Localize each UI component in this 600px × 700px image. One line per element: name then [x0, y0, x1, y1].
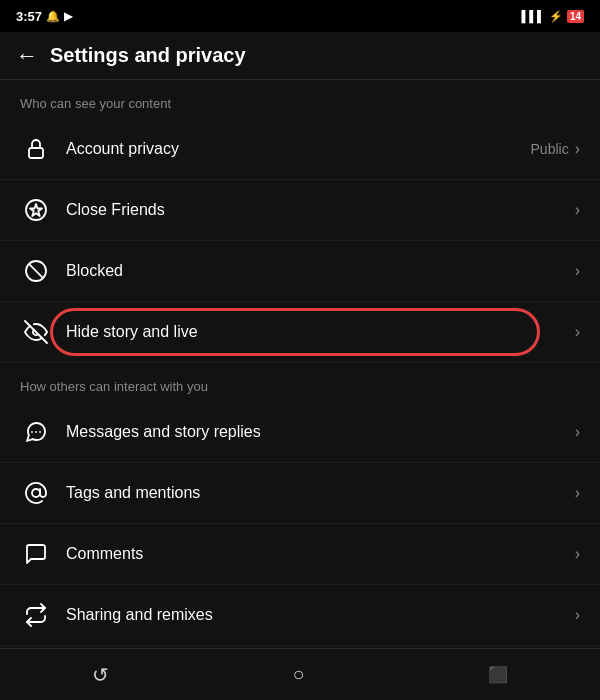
hide-story-label: Hide story and live: [66, 323, 575, 341]
menu-item-messages[interactable]: Messages and story replies ›: [0, 402, 600, 463]
bottom-nav: ↺ ○ ⬛: [0, 648, 600, 700]
menu-item-tags[interactable]: Tags and mentions ›: [0, 463, 600, 524]
screen: ← Settings and privacy Who can see your …: [0, 32, 600, 700]
section-label-interact: How others can interact with you: [0, 363, 600, 402]
chevron-icon: ›: [575, 201, 580, 219]
hide-story-icon: [20, 316, 52, 348]
chevron-icon: ›: [575, 323, 580, 341]
lock-icon: [20, 133, 52, 165]
menu-item-sharing[interactable]: Sharing and remixes ›: [0, 585, 600, 646]
at-icon: [20, 477, 52, 509]
status-bar: 3:57 🔔 ▶ ▌▌▌ ⚡ 14: [0, 0, 600, 32]
star-icon: [20, 194, 52, 226]
blocked-icon: [20, 255, 52, 287]
chevron-icon: ›: [575, 545, 580, 563]
menu-item-comments[interactable]: Comments ›: [0, 524, 600, 585]
page-title: Settings and privacy: [50, 44, 246, 67]
media-icon: ▶: [64, 10, 72, 23]
svg-line-3: [29, 264, 43, 278]
menu-item-blocked[interactable]: Blocked ›: [0, 241, 600, 302]
messenger-icon: [20, 416, 52, 448]
svg-point-5: [32, 489, 40, 497]
section-label-content: Who can see your content: [0, 80, 600, 119]
account-privacy-value: Public: [531, 141, 569, 157]
chevron-icon: ›: [575, 423, 580, 441]
notification-icon: 🔔: [46, 10, 60, 23]
menu-item-account-privacy[interactable]: Account privacy Public ›: [0, 119, 600, 180]
chevron-icon: ›: [575, 606, 580, 624]
chevron-icon: ›: [575, 140, 580, 158]
header: ← Settings and privacy: [0, 32, 600, 80]
menu-item-hide-story[interactable]: Hide story and live ›: [0, 302, 600, 363]
menu-item-restricted[interactable]: Restricted ›: [0, 646, 600, 648]
close-friends-label: Close Friends: [66, 201, 575, 219]
comment-icon: [20, 538, 52, 570]
battery-badge: 14: [567, 10, 584, 23]
chevron-icon: ›: [575, 484, 580, 502]
menu-item-close-friends[interactable]: Close Friends ›: [0, 180, 600, 241]
nav-recents-button[interactable]: ⬛: [488, 665, 508, 684]
account-privacy-label: Account privacy: [66, 140, 531, 158]
nav-back-button[interactable]: ↺: [92, 663, 109, 687]
time-display: 3:57: [16, 9, 42, 24]
blocked-label: Blocked: [66, 262, 575, 280]
status-right: ▌▌▌ ⚡ 14: [521, 10, 584, 23]
nav-home-button[interactable]: ○: [292, 663, 304, 686]
svg-rect-0: [29, 148, 43, 158]
back-button[interactable]: ←: [16, 45, 38, 67]
svg-point-1: [26, 200, 46, 220]
wifi-icon: ⚡: [549, 10, 563, 23]
chevron-icon: ›: [575, 262, 580, 280]
share-icon: [20, 599, 52, 631]
comments-label: Comments: [66, 545, 575, 563]
content-area: Who can see your content Account privacy…: [0, 80, 600, 648]
messages-label: Messages and story replies: [66, 423, 575, 441]
status-left: 3:57 🔔 ▶: [16, 9, 72, 24]
signal-icon: ▌▌▌: [521, 10, 544, 22]
tags-label: Tags and mentions: [66, 484, 575, 502]
sharing-label: Sharing and remixes: [66, 606, 575, 624]
